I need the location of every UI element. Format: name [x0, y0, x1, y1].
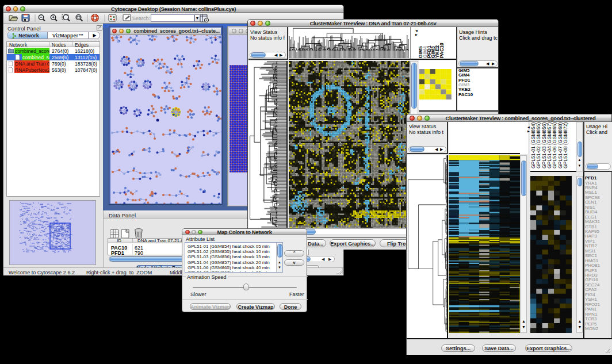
svg-text:GPL51-08 (GSM872): GPL51-08 (GSM872)	[563, 122, 568, 168]
svg-text:PAC10: PAC10	[439, 43, 445, 58]
